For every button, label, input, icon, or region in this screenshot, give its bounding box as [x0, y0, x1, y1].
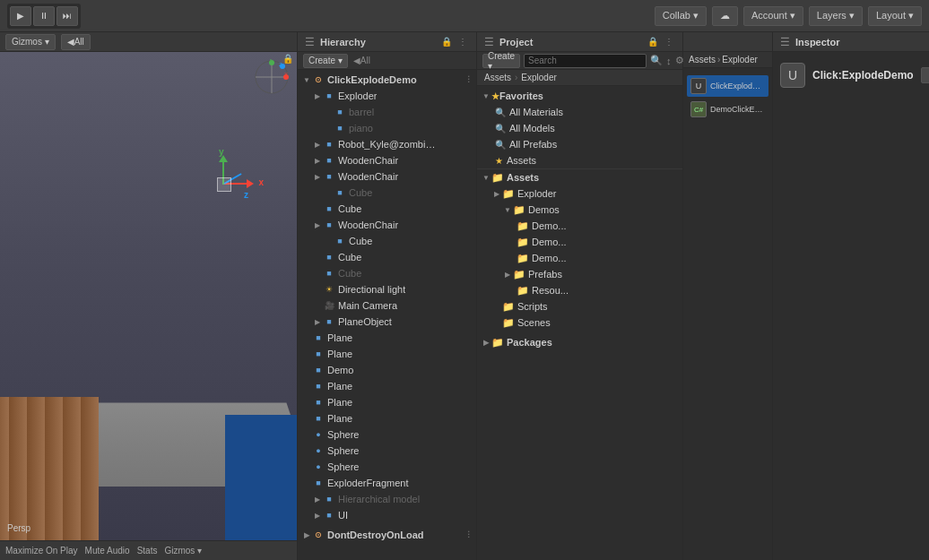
hierarchy-menu-icon[interactable]: ⋮	[456, 36, 469, 48]
inspector-asset-icon: U	[780, 63, 805, 88]
assets-scenes-item[interactable]: 📁 Scenes	[477, 314, 682, 331]
inspector-header-icon: ☰	[780, 36, 790, 48]
project-create-button[interactable]: Create ▾	[482, 54, 520, 68]
scene-root-item[interactable]: ▼ ⊙ ClickExplodeDemo ⋮	[298, 72, 476, 88]
cube4-icon: ■	[323, 251, 335, 263]
project-lock-icon[interactable]: 🔒	[647, 36, 659, 48]
collab-button[interactable]: Collab ▾	[655, 6, 707, 26]
hierarchy-create-button[interactable]: Create ▾	[303, 54, 348, 68]
sphere1-icon: ●	[312, 428, 325, 441]
assets-root-item[interactable]: ▼ 📁 Assets	[477, 169, 682, 185]
account-button[interactable]: Account ▾	[743, 6, 803, 26]
hierarchy-item-woodenchair2[interactable]: ▶ ■ WoodenChair	[298, 168, 476, 185]
assets-demos-item[interactable]: ▼ 📁 Demos	[477, 202, 682, 218]
hierarchy-item-piano[interactable]: ■ piano	[298, 120, 476, 136]
layout-button[interactable]: Layout ▾	[868, 6, 922, 26]
gizmos-toggle-button[interactable]: Gizmos ▾	[164, 546, 202, 556]
hierarchy-item-maincam[interactable]: 🎥 Main Camera	[298, 297, 476, 314]
cube1-label: Cube	[349, 187, 372, 198]
plane2-label: Plane	[327, 349, 352, 359]
all-button[interactable]: ◀All	[61, 34, 91, 50]
layers-button[interactable]: Layers ▾	[809, 6, 863, 26]
project-exploder-crumb[interactable]: Exploder	[722, 55, 757, 65]
hierarchy-item-ui[interactable]: ▶ ■ UI	[298, 507, 476, 523]
fav-all-prefabs[interactable]: 🔍 All Prefabs	[477, 136, 682, 152]
hierarchy-item-cube2[interactable]: ■ Cube	[298, 201, 476, 217]
hierarchy-item-sphere2[interactable]: ● Sphere	[298, 443, 476, 459]
fav-all-materials[interactable]: 🔍 All Materials	[477, 104, 682, 120]
hierarchy-item-hiermodel[interactable]: ▶ ■ Hierarchical model	[298, 491, 476, 507]
step-button[interactable]: ⏭	[56, 6, 78, 26]
hierarchy-item-sphere1[interactable]: ● Sphere	[298, 426, 476, 443]
scene-canvas[interactable]: y x z Y X Z	[0, 52, 297, 540]
hierarchy-item-plane3[interactable]: ■ Plane	[298, 378, 476, 394]
dirlight-icon: ☀	[323, 283, 335, 296]
hierarchy-item-sphere3[interactable]: ● Sphere	[298, 459, 476, 475]
hierarchy-sub-toolbar: Create ▾ ◀All	[298, 52, 476, 70]
favorites-header[interactable]: ▼ ★ Favorites	[477, 88, 682, 104]
favorites-label: Favorites	[499, 90, 543, 101]
assets-demos-label: Demos	[528, 204, 560, 215]
fav-all-models[interactable]: 🔍 All Models	[477, 120, 682, 136]
favorites-arrow: ▼	[481, 92, 491, 100]
mute-audio-button[interactable]: Mute Audio	[85, 546, 130, 556]
all-materials-label: All Materials	[509, 107, 563, 117]
assets-prefabs-item[interactable]: ▶ 📁 Prefabs	[477, 266, 682, 282]
assets-scripts-item[interactable]: 📁 Scripts	[477, 298, 682, 314]
hierarchy-item-plane4[interactable]: ■ Plane	[298, 394, 476, 410]
stats-button[interactable]: Stats	[137, 546, 158, 556]
project-files-breadcrumb: Assets › Exploder	[683, 52, 772, 68]
hierarchy-item-barrel[interactable]: ■ barrel	[298, 104, 476, 120]
hierarchy-item-robot[interactable]: ▶ ■ Robot_Kyle@zombie_runni...	[298, 136, 476, 152]
hierarchy-lock-icon[interactable]: 🔒	[440, 36, 453, 48]
assets-demo2-item[interactable]: 📁 Demo...	[477, 234, 682, 250]
project-search-icon[interactable]: 🔍	[650, 54, 663, 68]
scene-root-menu[interactable]: ⋮	[464, 75, 473, 84]
hierarchy-all-label[interactable]: ◀All	[353, 56, 370, 65]
packages-item[interactable]: ▶ 📁 Packages	[477, 334, 682, 350]
hierarchy-item-plane1[interactable]: ■ Plane	[298, 330, 476, 346]
hierarchy-item-woodenchair1[interactable]: ▶ ■ WoodenChair	[298, 152, 476, 168]
cloud-button[interactable]: ☁	[712, 6, 738, 26]
hierarchy-item-exploder[interactable]: ▶ ■ Exploder	[298, 88, 476, 104]
sphere2-label: Sphere	[327, 445, 359, 456]
dontdestroy-menu[interactable]: ⋮	[464, 530, 473, 539]
play-button[interactable]: ▶	[10, 6, 31, 26]
clickexplodedemo-asset[interactable]: U ClickExplodeDe...	[687, 75, 768, 97]
assets-tab[interactable]: Assets	[484, 73, 511, 82]
scene-lock-icon[interactable]: 🔒	[282, 54, 293, 64]
hierarchy-item-cube3[interactable]: ■ Cube	[298, 233, 476, 249]
democlickexpl-asset[interactable]: C# DemoClickExpl...	[687, 99, 768, 120]
assets-exploder-item[interactable]: ▶ 📁 Exploder	[477, 185, 682, 202]
hierarchy-item-dirlight[interactable]: ☀ Directional light	[298, 281, 476, 297]
project-assets-crumb[interactable]: Assets	[689, 55, 716, 65]
hierarchy-item-cube1[interactable]: ■ Cube	[298, 185, 476, 201]
project-tree[interactable]: ▼ ★ Favorites 🔍 All Materials 🔍 All Mode…	[477, 86, 682, 560]
exploder-tab[interactable]: Exploder	[521, 73, 556, 82]
inspector-open-button[interactable]: Open	[921, 67, 929, 83]
hierarchy-item-planeobj[interactable]: ▶ ■ PlaneObject	[298, 314, 476, 330]
fav-assets[interactable]: ★ Assets	[477, 152, 682, 168]
gizmos-button[interactable]: Gizmos ▾	[5, 34, 56, 50]
dontdestroy-scene-item[interactable]: ▶ ⊙ DontDestroyOnLoad ⋮	[298, 527, 476, 543]
hierarchy-item-explfrag[interactable]: ■ ExploderFragment	[298, 475, 476, 491]
assets-resources-item[interactable]: 📁 Resou...	[477, 282, 682, 298]
assets-demo1-item[interactable]: 📁 Demo...	[477, 218, 682, 234]
hierarchy-item-cube5[interactable]: ■ Cube	[298, 265, 476, 281]
hierarchy-content[interactable]: ▼ ⊙ ClickExplodeDemo ⋮ ▶ ■ Exploder ■ ba…	[298, 70, 476, 560]
project-sort-icon[interactable]: ↕	[666, 54, 672, 68]
hierarchy-item-plane2[interactable]: ■ Plane	[298, 346, 476, 362]
hierarchy-panel: ☰ Hierarchy 🔒 ⋮ Create ▾ ◀All ▼ ⊙ ClickE…	[298, 32, 477, 560]
hierarchy-item-cube4[interactable]: ■ Cube	[298, 249, 476, 265]
hierarchy-item-demo[interactable]: ■ Demo	[298, 362, 476, 378]
assets-root-folder-icon: 📁	[491, 172, 504, 184]
top-toolbar: ▶ ⏸ ⏭ Collab ▾ ☁ Account ▾ Layers ▾ Layo…	[0, 0, 929, 32]
project-search-input[interactable]	[524, 54, 647, 68]
hierarchy-item-woodenchair3[interactable]: ▶ ■ WoodenChair	[298, 217, 476, 233]
project-menu-icon[interactable]: ⋮	[663, 36, 675, 48]
hierarchy-item-plane5[interactable]: ■ Plane	[298, 410, 476, 426]
pause-button[interactable]: ⏸	[33, 6, 55, 26]
maximize-on-play-button[interactable]: Maximize On Play	[5, 546, 78, 556]
assets-demo1-folder-icon: 📁	[517, 220, 529, 232]
assets-demo3-item[interactable]: 📁 Demo...	[477, 250, 682, 266]
